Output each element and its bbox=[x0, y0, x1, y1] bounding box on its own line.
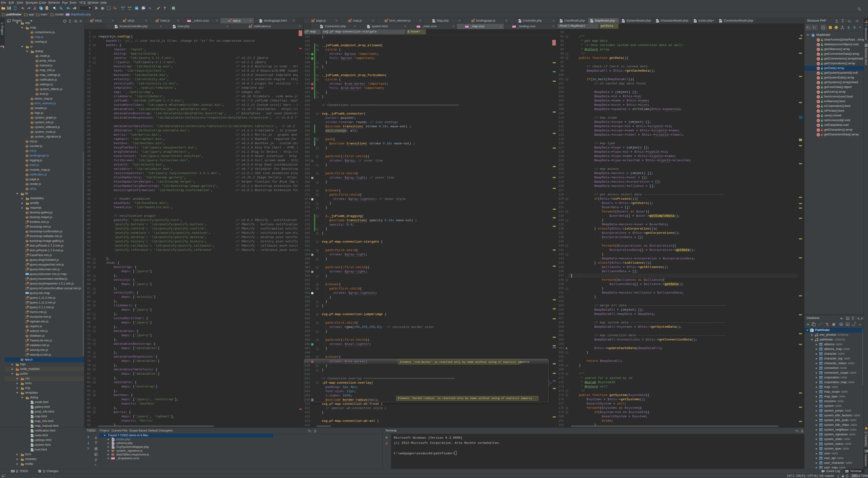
svg-text:JS: JS bbox=[36, 74, 38, 76]
svg-text:10: 10 bbox=[25, 249, 27, 251]
svg-text:m: m bbox=[817, 124, 819, 127]
svg-text:010: 010 bbox=[25, 317, 28, 319]
svg-text:JS: JS bbox=[27, 278, 29, 279]
svg-text:SASS: SASS bbox=[465, 26, 469, 28]
svg-text:php: php bbox=[622, 21, 625, 22]
svg-text:JS: JS bbox=[385, 20, 387, 22]
svg-text:m: m bbox=[817, 120, 819, 122]
svg-text:10: 10 bbox=[25, 349, 27, 350]
svg-text:php: php bbox=[519, 21, 522, 22]
svg-text:VCS: VCS bbox=[121, 6, 125, 8]
svg-text:JS: JS bbox=[31, 113, 33, 114]
svg-text:10: 10 bbox=[25, 263, 27, 265]
svg-text:m: m bbox=[817, 63, 819, 65]
svg-text:JS: JS bbox=[27, 339, 29, 341]
svg-text:h: h bbox=[32, 445, 33, 446]
svg-text:php: php bbox=[174, 26, 176, 28]
svg-text:m: m bbox=[817, 91, 819, 93]
svg-text:JS: JS bbox=[27, 287, 29, 289]
svg-text:JS: JS bbox=[27, 349, 29, 350]
svg-text:010: 010 bbox=[25, 246, 28, 248]
svg-text:JS: JS bbox=[31, 131, 33, 133]
svg-text:php: php bbox=[112, 443, 115, 444]
svg-text:10: 10 bbox=[25, 339, 27, 341]
svg-text:h: h bbox=[32, 407, 33, 408]
svg-text:h: h bbox=[32, 426, 33, 427]
svg-text:m: m bbox=[817, 39, 819, 41]
svg-text:JS: JS bbox=[26, 335, 28, 337]
svg-text:JS: JS bbox=[26, 326, 28, 327]
svg-text:10: 10 bbox=[25, 329, 27, 331]
svg-text:JS: JS bbox=[124, 20, 125, 22]
svg-text:JS: JS bbox=[112, 454, 114, 455]
svg-text:10: 10 bbox=[25, 344, 27, 346]
svg-text:JS: JS bbox=[27, 263, 29, 265]
svg-text:10: 10 bbox=[25, 221, 27, 222]
svg-text:010: 010 bbox=[25, 303, 28, 305]
svg-text:m: m bbox=[817, 134, 819, 136]
svg-text:10: 10 bbox=[25, 315, 27, 317]
svg-text:10: 10 bbox=[25, 268, 27, 269]
svg-text:php: php bbox=[591, 21, 593, 22]
svg-text:JSON: JSON bbox=[26, 292, 29, 294]
svg-text:JS: JS bbox=[26, 179, 28, 180]
svg-text:10: 10 bbox=[25, 282, 27, 284]
svg-text:JS: JS bbox=[27, 282, 29, 284]
svg-text:h: h bbox=[32, 402, 33, 404]
svg-text:010: 010 bbox=[25, 322, 28, 323]
svg-text:JS: JS bbox=[27, 306, 29, 308]
svg-text:php: php bbox=[720, 21, 722, 22]
svg-text:010: 010 bbox=[25, 227, 28, 229]
svg-text:JS: JS bbox=[26, 164, 28, 166]
svg-text:JS: JS bbox=[27, 330, 29, 331]
svg-text:JS: JS bbox=[27, 297, 29, 298]
svg-text:m: m bbox=[817, 100, 819, 103]
svg-text:php: php bbox=[694, 21, 697, 22]
svg-text:z: z bbox=[815, 28, 816, 29]
svg-text:10: 10 bbox=[25, 287, 27, 289]
svg-text:JS: JS bbox=[27, 245, 29, 246]
svg-text:JS: JS bbox=[36, 79, 38, 81]
svg-text:JS: JS bbox=[26, 217, 28, 218]
svg-text:010: 010 bbox=[25, 265, 28, 266]
svg-text:010: 010 bbox=[25, 269, 28, 271]
svg-text:m: m bbox=[817, 129, 819, 131]
svg-text:m: m bbox=[817, 49, 819, 51]
svg-text:JS: JS bbox=[27, 254, 29, 255]
svg-text:JS: JS bbox=[31, 122, 33, 123]
svg-text:JS: JS bbox=[36, 60, 38, 62]
svg-text:010: 010 bbox=[25, 289, 28, 290]
svg-text:SASS: SASS bbox=[513, 26, 516, 28]
svg-text:10: 10 bbox=[25, 306, 27, 308]
svg-text:JS: JS bbox=[26, 150, 28, 152]
svg-text:b: b bbox=[808, 26, 809, 28]
svg-text:VCS: VCS bbox=[128, 6, 131, 8]
svg-text:010: 010 bbox=[25, 331, 28, 333]
svg-text:JS: JS bbox=[27, 311, 29, 312]
svg-text:010: 010 bbox=[25, 236, 28, 238]
svg-text:JS: JS bbox=[36, 89, 38, 90]
svg-text:JSON: JSON bbox=[26, 274, 29, 275]
svg-text:JS: JS bbox=[26, 212, 28, 213]
svg-text:10: 10 bbox=[25, 225, 27, 227]
svg-text:php: php bbox=[657, 21, 659, 22]
svg-text:JS: JS bbox=[27, 320, 29, 322]
svg-text:h: h bbox=[368, 26, 369, 28]
svg-text:JS: JS bbox=[31, 136, 33, 137]
svg-text:JS: JS bbox=[27, 235, 29, 236]
svg-text:JS: JS bbox=[27, 344, 29, 346]
svg-text:JS: JS bbox=[36, 56, 38, 57]
svg-text:SASS: SASS bbox=[111, 458, 115, 459]
svg-text:010: 010 bbox=[25, 251, 28, 252]
svg-text:JS: JS bbox=[26, 160, 28, 161]
svg-text:JS: JS bbox=[31, 98, 33, 100]
svg-text:JS: JS bbox=[31, 117, 33, 119]
svg-text:JS: JS bbox=[27, 316, 29, 317]
svg-text:m: m bbox=[817, 115, 819, 117]
svg-text:JS: JS bbox=[31, 41, 33, 43]
svg-text:JS: JS bbox=[156, 20, 158, 22]
svg-text:DDL: DDL bbox=[852, 324, 856, 326]
svg-text:10: 10 bbox=[25, 311, 27, 312]
svg-text:JS: JS bbox=[27, 249, 29, 251]
svg-text:h: h bbox=[32, 440, 33, 442]
